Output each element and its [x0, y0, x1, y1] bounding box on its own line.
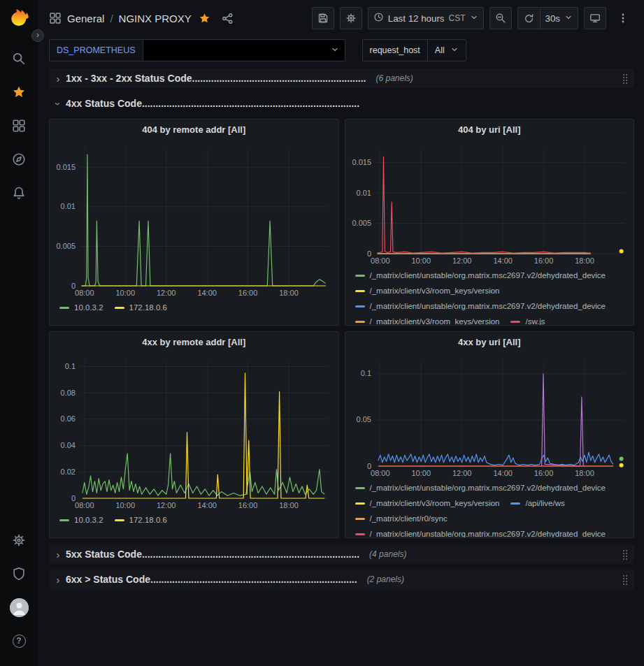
svg-text:0.1: 0.1 — [65, 362, 76, 370]
sidebar-item-alerting[interactable] — [0, 176, 38, 210]
chevron-right-icon: › — [53, 549, 63, 560]
svg-text:12:00: 12:00 — [157, 501, 176, 509]
zoom-out-button[interactable] — [489, 7, 512, 29]
svg-text:08:00: 08:00 — [371, 256, 390, 265]
legend-series-toggle[interactable]: /_matrix/client/v3/room_keys/version — [355, 499, 500, 507]
chevron-down-icon — [470, 13, 478, 24]
star-icon — [12, 85, 26, 99]
svg-text:0.015: 0.015 — [352, 158, 371, 166]
legend-swatch — [59, 307, 69, 309]
sidebar-item-configuration[interactable] — [0, 523, 38, 557]
legend-series-toggle[interactable]: /_matrix/client/r0/sync — [355, 514, 448, 523]
legend-swatch — [355, 305, 365, 307]
legend-series-toggle[interactable]: 10.0.3.2 — [59, 516, 103, 524]
sidebar-item-starred[interactable] — [0, 75, 38, 109]
svg-text:0.06: 0.06 — [61, 414, 76, 423]
legend-series-toggle[interactable]: /sw.js — [510, 317, 545, 325]
breadcrumb-section[interactable]: General — [67, 13, 104, 24]
request-host-select[interactable]: All — [428, 39, 466, 61]
datasource-select[interactable] — [143, 39, 345, 61]
svg-text:16:00: 16:00 — [238, 289, 258, 297]
refresh-interval-select[interactable]: 30s — [540, 7, 579, 29]
panels-grid: 404 by remote addr [All] 08:0010:0012:00… — [49, 119, 634, 538]
chevron-right-icon: › — [53, 73, 63, 85]
timeseries-chart[interactable]: 08:0010:0012:0014:0016:0018:0000.0050.01… — [50, 140, 338, 298]
share-icon[interactable] — [222, 13, 234, 24]
svg-text:12:00: 12:00 — [452, 469, 471, 477]
legend-row: /_matrix/client/unstable/org.matrix.msc2… — [355, 298, 629, 314]
sidebar-item-profile[interactable] — [0, 591, 38, 624]
legend-label: 10.0.3.2 — [74, 303, 103, 312]
time-range-picker[interactable]: Last 12 hours CST — [368, 7, 484, 29]
breadcrumb-dashboard-title[interactable]: NGINX PROXY — [119, 13, 192, 24]
legend-swatch — [355, 275, 365, 277]
panel-legend: /_matrix/client/unstable/org.matrix.msc2… — [345, 266, 634, 325]
row-drag-handle-icon[interactable] — [622, 73, 629, 84]
row-panel-count: (6 panels) — [375, 73, 413, 83]
legend-series-toggle[interactable]: 172.18.0.6 — [115, 303, 167, 312]
row-1xx-3xx-2xx-status-code[interactable]: › 1xx - 3xx - 2xx Status Code ..........… — [49, 68, 634, 88]
legend-series-toggle[interactable]: /_matrix/client/v3/room_keys/version — [355, 317, 500, 325]
legend-swatch — [355, 290, 365, 292]
row-6xx-status-code[interactable]: › 6xx > Status Code ....................… — [49, 570, 634, 589]
dashboard-settings-button[interactable] — [340, 7, 362, 29]
sidebar-item-dashboards[interactable] — [0, 109, 38, 143]
sidebar-item-explore[interactable] — [0, 143, 38, 176]
legend-label: /_matrix/client/unstable/org.matrix.msc2… — [370, 271, 606, 280]
legend-series-toggle[interactable]: /_matrix/client/unstable/org.matrix.msc2… — [355, 484, 606, 492]
legend-series-toggle[interactable]: /_matrix/client/unstable/org.matrix.msc2… — [355, 302, 606, 310]
legend-series-toggle[interactable]: /_matrix/client/unstable/org.matrix.msc2… — [355, 271, 606, 280]
refresh-button[interactable] — [517, 7, 540, 29]
sidebar-item-help[interactable]: ? — [0, 624, 38, 658]
legend-series-toggle[interactable]: /_matrix/client/unstable/org.matrix.msc2… — [355, 530, 606, 537]
panel-title[interactable]: 4xx by uri [All] — [345, 332, 634, 353]
row-drag-handle-icon[interactable] — [622, 574, 629, 585]
legend-row: /_matrix/client/v3/room_keys/version/api… — [355, 495, 629, 511]
tv-mode-button[interactable] — [584, 7, 606, 29]
svg-text:14:00: 14:00 — [197, 289, 217, 297]
legend-label: 172.18.0.6 — [129, 303, 167, 312]
legend-series-toggle[interactable]: /_matrix/client/v3/room_keys/version — [355, 287, 500, 295]
legend-label: 10.0.3.2 — [74, 516, 103, 524]
timeseries-chart[interactable]: 08:0010:0012:0014:0016:0018:0000.020.040… — [50, 353, 338, 511]
row-5xx-status-code[interactable]: › 5xx Status Code ......................… — [49, 544, 634, 564]
timeseries-chart[interactable]: 08:0010:0012:0014:0016:0018:0000.0050.01… — [345, 140, 634, 266]
row-4xx-status-code[interactable]: › 4xx Status Code ......................… — [49, 94, 634, 113]
request-host-value: All — [435, 45, 445, 55]
svg-text:0: 0 — [366, 462, 371, 470]
svg-text:0: 0 — [366, 249, 371, 258]
panel-title[interactable]: 4xx by remote addr [All] — [50, 332, 338, 353]
row-drag-handle-icon[interactable] — [622, 549, 629, 560]
row-title: 5xx Status Code — [66, 549, 142, 560]
favorite-star-icon[interactable] — [199, 13, 210, 24]
sidebar-item-search[interactable] — [0, 42, 38, 75]
svg-text:14:00: 14:00 — [493, 256, 513, 265]
datasource-variable-label[interactable]: DS_PROMETHEUS — [49, 39, 143, 61]
legend-swatch — [510, 321, 520, 323]
search-icon — [12, 52, 26, 66]
apps-grid-icon[interactable] — [49, 12, 62, 24]
row-title: 1xx - 3xx - 2xx Status Code — [66, 73, 192, 84]
legend-swatch — [355, 502, 365, 505]
panel-4xx-by-remote-addr: 4xx by remote addr [All] 08:0010:0012:00… — [49, 331, 339, 538]
timeseries-chart[interactable]: 08:0010:0012:0014:0016:0018:0000.050.1 — [345, 353, 634, 479]
kebab-menu-icon[interactable] — [612, 7, 634, 29]
legend-row: /_matrix/client/unstable/org.matrix.msc2… — [355, 268, 629, 283]
svg-text:16:00: 16:00 — [534, 256, 553, 265]
legend-swatch — [510, 502, 520, 505]
save-dashboard-button[interactable] — [312, 7, 334, 29]
sidebar-expand-button[interactable]: › — [31, 29, 44, 42]
legend-series-toggle[interactable]: /api/live/ws — [510, 499, 564, 507]
sidebar-item-server-admin[interactable] — [0, 557, 38, 591]
panel-title[interactable]: 404 by remote addr [All] — [50, 120, 338, 140]
svg-text:0: 0 — [71, 282, 76, 290]
svg-text:0.02: 0.02 — [61, 468, 76, 476]
legend-series-toggle[interactable]: 172.18.0.6 — [115, 516, 167, 524]
legend-series-toggle[interactable]: 10.0.3.2 — [59, 303, 103, 312]
chevron-down-icon — [331, 45, 339, 56]
dashboard-body: › 1xx - 3xx - 2xx Status Code ..........… — [38, 64, 644, 666]
panel-title[interactable]: 404 by uri [All] — [345, 120, 634, 140]
svg-text:10:00: 10:00 — [411, 469, 431, 477]
grafana-logo[interactable] — [8, 7, 30, 29]
svg-text:0.01: 0.01 — [61, 202, 76, 210]
